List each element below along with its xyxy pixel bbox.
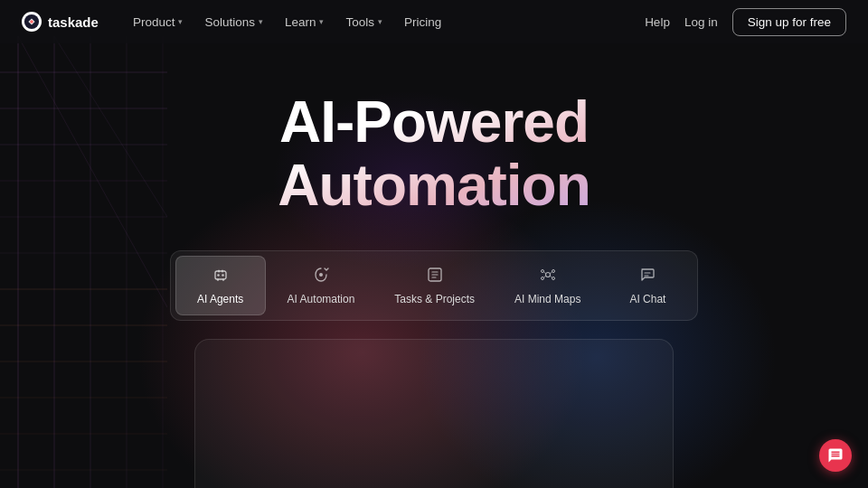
svg-point-26 — [545, 272, 550, 277]
svg-line-33 — [543, 276, 545, 277]
chevron-icon: ▾ — [378, 17, 382, 26]
tab-ai-automation-label: AI Automation — [288, 293, 355, 305]
nav-login[interactable]: Log in — [684, 15, 718, 29]
logo[interactable]: taskade — [22, 12, 99, 32]
nav-right: Help Log in Sign up for free — [645, 8, 846, 36]
tab-ai-automation[interactable]: AI Automation — [269, 257, 373, 314]
tab-ai-mind-maps[interactable]: AI Mind Maps — [496, 257, 599, 314]
nav-solutions[interactable]: Solutions ▾ — [195, 11, 272, 33]
svg-point-24 — [319, 273, 323, 277]
navbar: taskade Product ▾ Solutions ▾ Learn ▾ To… — [0, 0, 868, 43]
logo-text: taskade — [48, 14, 99, 30]
nav-pricing[interactable]: Pricing — [395, 11, 450, 33]
ai-automation-icon — [312, 266, 330, 288]
tab-ai-agents-label: AI Agents — [197, 293, 243, 305]
tab-tasks-projects-label: Tasks & Projects — [394, 293, 475, 305]
ai-mind-maps-icon — [539, 266, 557, 288]
nav-product[interactable]: Product ▾ — [124, 11, 193, 33]
svg-line-31 — [543, 272, 545, 274]
ai-agents-icon — [212, 266, 230, 288]
chevron-icon: ▾ — [319, 17, 324, 26]
svg-point-28 — [552, 269, 554, 272]
svg-point-29 — [541, 277, 543, 279]
chat-fab-button[interactable] — [819, 439, 852, 472]
svg-line-32 — [550, 272, 552, 274]
feature-tabs: AI Agents AI Automation Tasks & Projects — [170, 250, 699, 321]
content-area — [194, 339, 674, 488]
nav-left: taskade Product ▾ Solutions ▾ Learn ▾ To… — [22, 11, 450, 33]
tasks-projects-icon — [426, 266, 444, 288]
svg-point-27 — [541, 269, 543, 272]
chevron-icon: ▾ — [178, 17, 183, 26]
ai-chat-icon — [638, 266, 656, 288]
svg-point-23 — [222, 274, 223, 276]
nav-links: Product ▾ Solutions ▾ Learn ▾ Tools ▾ Pr… — [124, 11, 450, 33]
nav-help[interactable]: Help — [645, 15, 670, 29]
svg-line-34 — [550, 276, 552, 277]
svg-point-30 — [552, 277, 554, 279]
tab-ai-chat-label: AI Chat — [629, 293, 665, 305]
tab-ai-agents[interactable]: AI Agents — [175, 256, 266, 315]
nav-tools[interactable]: Tools ▾ — [336, 11, 392, 33]
hero-title: AI-Powered Automation — [278, 90, 590, 218]
nav-learn[interactable]: Learn ▾ — [276, 11, 334, 33]
chevron-icon: ▾ — [259, 17, 263, 26]
main-content: AI-Powered Automation AI Agents — [0, 43, 868, 488]
svg-point-22 — [217, 274, 219, 276]
logo-icon — [22, 12, 42, 32]
tab-ai-mind-maps-label: AI Mind Maps — [514, 293, 580, 305]
tab-ai-chat[interactable]: AI Chat — [602, 257, 693, 314]
tab-tasks-projects[interactable]: Tasks & Projects — [376, 257, 493, 314]
svg-point-20 — [30, 20, 33, 23]
signup-button[interactable]: Sign up for free — [732, 8, 846, 36]
svg-rect-21 — [215, 271, 226, 279]
